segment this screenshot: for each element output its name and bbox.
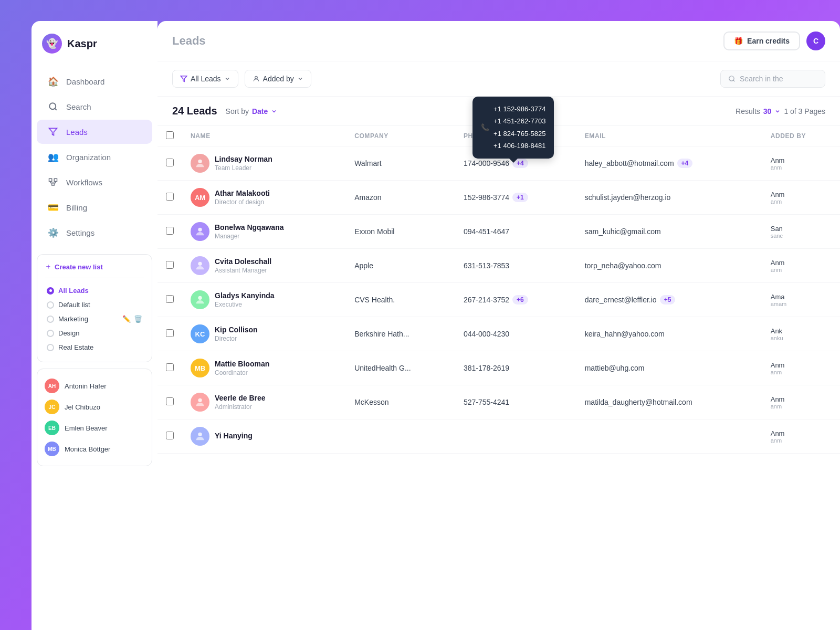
row-company-cell: McKesson [346, 385, 455, 419]
row-checkbox[interactable] [166, 193, 174, 201]
search-placeholder: Search in the [740, 75, 783, 83]
sort-by-control[interactable]: Sort by Date [226, 107, 278, 116]
tooltip-content: 📞 +1 152-986-3774 +1 451-262-7703 +1 824… [481, 103, 545, 152]
list-item-all-leads[interactable]: All Leads [45, 284, 144, 298]
row-checkbox[interactable] [166, 329, 174, 337]
user-name-2: Emlen Beaver [65, 424, 108, 432]
row-company-cell: CVS Health. [346, 283, 455, 317]
nav-label-dashboard: Dashboard [66, 77, 104, 86]
added-by-filter-button[interactable]: Added by [245, 70, 311, 88]
row-checkbox-cell[interactable] [158, 215, 182, 249]
row-checkbox[interactable] [166, 261, 174, 269]
list-label-design: Design [58, 329, 79, 337]
leads-table-body: Lindsay Norman Team Leader Walmart 174-0… [158, 146, 840, 454]
list-item-default[interactable]: Default list [45, 298, 144, 312]
added-by-name: Anm [771, 191, 832, 198]
row-checkbox-cell[interactable] [158, 283, 182, 317]
sidebar: 👻 Kaspr 🏠 Dashboard Search Leads � [32, 21, 158, 630]
table-row: Cvita Doleschall Assistant Manager Apple… [158, 249, 840, 283]
results-label: Results [736, 107, 760, 116]
email-extra-badge[interactable]: +5 [660, 295, 676, 304]
avatar-ah: AH [45, 379, 59, 393]
table-row: KC Kip Collison Director Berkshire Hath.… [158, 317, 840, 351]
list-item-design[interactable]: Design [45, 326, 144, 340]
added-by-sub: anm [771, 437, 832, 444]
phone-extra-badge[interactable]: +1 [512, 193, 528, 202]
sidebar-item-leads[interactable]: Leads [37, 120, 152, 144]
leads-table: NAME COMPANY PHONE EMAIL ADDED BY Lindsa… [158, 126, 840, 454]
svg-point-15 [198, 228, 202, 232]
leads-icon [47, 126, 59, 138]
row-checkbox[interactable] [166, 227, 174, 235]
row-checkbox[interactable] [166, 432, 174, 439]
row-name-cell: Bonelwa Ngqawana Manager [182, 215, 346, 249]
phone-number: 152-986-3774 [464, 193, 509, 202]
results-count: 30 [763, 107, 772, 116]
settings-icon: ⚙️ [47, 227, 59, 238]
list-label-default: Default list [58, 301, 90, 309]
row-phone-cell: 381-178-2619 [455, 351, 576, 385]
svg-point-14 [198, 160, 202, 163]
row-added-by-cell: San sanc [762, 215, 840, 249]
phone-extra-badge[interactable]: +6 [512, 295, 528, 304]
company-name: Berkshire Hath... [354, 330, 409, 338]
row-checkbox-cell[interactable] [158, 249, 182, 283]
lead-name: Veerle de Bree [215, 394, 266, 402]
added-by-filter-label: Added by [263, 75, 294, 83]
row-checkbox-cell[interactable] [158, 385, 182, 419]
sidebar-item-search[interactable]: Search [37, 94, 152, 119]
row-email-cell: mattieb@uhg.com [576, 351, 762, 385]
search-bar[interactable]: Search in the [720, 70, 825, 88]
sidebar-item-workflows[interactable]: Workflows [37, 170, 152, 194]
person-icon [253, 75, 260, 82]
row-checkbox-cell[interactable] [158, 419, 182, 454]
row-checkbox-cell[interactable] [158, 351, 182, 385]
row-checkbox[interactable] [166, 159, 174, 166]
earn-credits-button[interactable]: 🎁 Earn credits [723, 32, 800, 50]
all-leads-filter-button[interactable]: All Leads [172, 70, 238, 88]
row-checkbox[interactable] [166, 363, 174, 371]
phone-number: 631-513-7853 [464, 261, 509, 270]
select-all-header[interactable] [158, 126, 182, 146]
row-name-cell: Gladys Kanyinda Executive [182, 283, 346, 317]
create-new-list-button[interactable]: ＋ Create new list [45, 262, 144, 278]
row-email-cell: haley_abbott@hotmail.com +4 [576, 146, 762, 181]
sidebar-item-organization[interactable]: 👥 Organization [37, 145, 152, 169]
email-extra-badge[interactable]: +4 [677, 159, 693, 168]
table-row: Yi Hanying Anm anm [158, 419, 840, 454]
row-company-cell: Walmart [346, 146, 455, 181]
row-email-cell: dare_ernest@leffler.io +5 [576, 283, 762, 317]
row-company-cell: Amazon [346, 181, 455, 215]
sidebar-item-settings[interactable]: ⚙️ Settings [37, 220, 152, 245]
results-badge: Results 30 1 of 3 Pages [736, 107, 825, 116]
row-checkbox-cell[interactable] [158, 181, 182, 215]
row-phone-cell: 267-214-3752 +6 [455, 283, 576, 317]
select-all-checkbox[interactable] [166, 131, 174, 139]
list-item-real-estate[interactable]: Real Estate [45, 340, 144, 354]
person-avatar-icon [194, 158, 206, 169]
row-checkbox[interactable] [166, 295, 174, 303]
recent-user-2: EB Emlen Beaver [45, 417, 144, 438]
avatar [191, 222, 209, 241]
phone-number: 527-755-4241 [464, 398, 509, 406]
row-checkbox[interactable] [166, 397, 174, 405]
row-name-cell: Veerle de Bree Administrator [182, 385, 346, 419]
edit-list-button[interactable]: ✏️ [122, 315, 131, 323]
list-item-marketing[interactable]: Marketing ✏️ 🗑️ [45, 312, 144, 326]
logo[interactable]: 👻 Kaspr [32, 34, 158, 68]
filter-bar: All Leads Added by Search in the [158, 61, 840, 97]
row-checkbox-cell[interactable] [158, 317, 182, 351]
leads-header: 24 Leads Sort by Date 📞 +1 152-986-3774 … [158, 97, 840, 126]
sidebar-item-dashboard[interactable]: 🏠 Dashboard [37, 69, 152, 93]
added-by-sub: anm [771, 369, 832, 375]
avatar [191, 256, 209, 275]
sidebar-item-billing[interactable]: 💳 Billing [37, 195, 152, 219]
lead-name: Kip Collison [215, 326, 258, 334]
row-checkbox-cell[interactable] [158, 146, 182, 181]
lead-role: Assistant Manager [215, 267, 271, 274]
svg-point-19 [198, 433, 202, 436]
company-name: Amazon [354, 193, 381, 202]
delete-list-button[interactable]: 🗑️ [134, 315, 142, 323]
user-avatar[interactable]: C [806, 32, 825, 50]
topbar: Leads 🎁 Earn credits C [158, 21, 840, 61]
